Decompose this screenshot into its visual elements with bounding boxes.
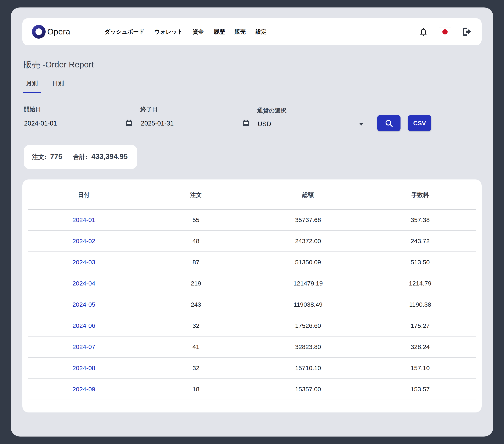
month-link[interactable]: 2024-09 [72,386,95,392]
cell-date: 2024-06 [28,315,140,336]
table-row: 2024-024824372.00243.72 [28,230,476,252]
cell-total: 15357.00 [252,379,364,400]
cell-orders: 55 [140,209,252,231]
start-date-value: 2024-01-01 [24,120,57,127]
main-nav: ダッシュボード ウォレット 資金 履歴 販売 設定 [105,28,267,36]
currency-label: 通貨の選択 [257,107,368,114]
cell-fee: 153.57 [364,379,476,400]
japan-flag-icon[interactable] [439,28,451,36]
cell-orders: 243 [140,294,252,315]
filter-actions: CSV [377,115,431,131]
end-date-input[interactable]: 2025-01-31 [140,119,251,131]
month-link[interactable]: 2024-06 [72,322,95,329]
filter-form: 開始日 2024-01-01 [24,105,482,131]
nav-item-dashboard[interactable]: ダッシュボード [105,28,144,36]
start-date-label: 開始日 [24,105,134,113]
end-date-field: 終了日 2025-01-31 [140,105,251,131]
currency-field: 通貨の選択 USD [257,107,368,131]
cell-date: 2024-07 [28,336,140,357]
cell-date: 2024-02 [28,230,140,252]
header-actions [418,27,472,37]
table-row: 2024-04219121479.191214.79 [28,273,476,294]
table-row: 2024-05243119038.491190.38 [28,294,476,315]
table-row: 2024-091815357.00153.57 [28,379,476,400]
cell-orders: 87 [140,252,252,273]
month-link[interactable]: 2024-05 [72,301,95,308]
page-content: Opera ダッシュボード ウォレット 資金 履歴 販売 設定 [11,7,493,423]
nav-item-wallet[interactable]: ウォレット [154,28,183,36]
brand-logo[interactable]: Opera [32,25,70,38]
cell-fee: 1190.38 [364,294,476,315]
cell-fee: 157.10 [364,357,476,379]
table-row: 2024-015535737.68357.38 [28,209,476,231]
month-link[interactable]: 2024-03 [72,259,95,266]
nav-item-funds[interactable]: 資金 [193,28,204,36]
cell-total: 24372.00 [252,230,364,252]
logout-icon[interactable] [462,27,472,37]
month-link[interactable]: 2024-04 [72,280,95,287]
cell-total: 119038.49 [252,294,364,315]
column-header-total: 総額 [252,182,364,209]
table-row: 2024-074132823.80328.24 [28,336,476,357]
month-link[interactable]: 2024-02 [72,238,95,244]
table-row: 2024-083215710.10157.10 [28,357,476,379]
end-date-label: 終了日 [140,105,251,113]
start-date-field: 開始日 2024-01-01 [24,105,134,131]
cell-fee: 1214.79 [364,273,476,294]
app-container: Opera ダッシュボード ウォレット 資金 履歴 販売 設定 [11,7,493,437]
cell-date: 2024-08 [28,357,140,379]
cell-orders: 32 [140,315,252,336]
nav-item-history[interactable]: 履歴 [214,28,225,36]
cell-date: 2024-09 [28,379,140,400]
total-value: 433,394.95 [91,152,127,161]
orders-count-value: 775 [50,152,62,161]
cell-orders: 219 [140,273,252,294]
nav-item-settings[interactable]: 設定 [255,28,267,36]
flag-red-circle [442,29,448,35]
month-link[interactable]: 2024-01 [72,216,95,223]
csv-export-button[interactable]: CSV [408,115,431,131]
report-table: 日付 注文 総額 手数料 2024-015535737.68357.382024… [28,182,476,400]
brand-name: Opera [47,27,70,36]
cell-fee: 357.38 [364,209,476,231]
cell-total: 121479.19 [252,273,364,294]
summary-card: 注文: 775 合計: 433,394.95 [24,145,137,169]
start-date-input[interactable]: 2024-01-01 [24,119,134,131]
cell-date: 2024-01 [28,209,140,231]
nav-item-sales[interactable]: 販売 [234,28,246,36]
cell-orders: 41 [140,336,252,357]
caret-down-icon [359,123,364,126]
cell-orders: 18 [140,379,252,400]
cell-total: 35737.68 [252,209,364,231]
currency-select[interactable]: USD [257,120,368,131]
cell-total: 17526.60 [252,315,364,336]
month-link[interactable]: 2024-07 [72,343,95,350]
column-header-date: 日付 [28,182,140,209]
total-label: 合計: [73,153,88,161]
report-tabs: 月別 日別 [23,79,482,93]
cell-orders: 48 [140,230,252,252]
cell-total: 51350.09 [252,252,364,273]
table-header-row: 日付 注文 総額 手数料 [28,182,476,209]
report-table-card: 日付 注文 総額 手数料 2024-015535737.68357.382024… [22,180,482,412]
tab-daily[interactable]: 日別 [49,79,67,93]
report-table-body: 2024-015535737.68357.382024-024824372.00… [28,209,476,400]
column-header-orders: 注文 [140,182,252,209]
cell-fee: 243.72 [364,230,476,252]
end-date-value: 2025-01-31 [141,120,174,127]
notification-bell-icon[interactable] [418,27,428,37]
cell-fee: 328.24 [364,336,476,357]
cell-fee: 513.50 [364,252,476,273]
calendar-icon[interactable] [242,119,250,128]
cell-date: 2024-05 [28,294,140,315]
opera-ring-icon [32,25,46,38]
month-link[interactable]: 2024-08 [72,365,95,371]
column-header-fee: 手数料 [364,182,476,209]
tab-monthly[interactable]: 月別 [23,79,41,93]
table-row: 2024-063217526.60175.27 [28,315,476,336]
cell-date: 2024-03 [28,252,140,273]
currency-value: USD [258,120,271,128]
cell-total: 32823.80 [252,336,364,357]
calendar-icon[interactable] [125,119,133,128]
search-button[interactable] [377,115,400,131]
